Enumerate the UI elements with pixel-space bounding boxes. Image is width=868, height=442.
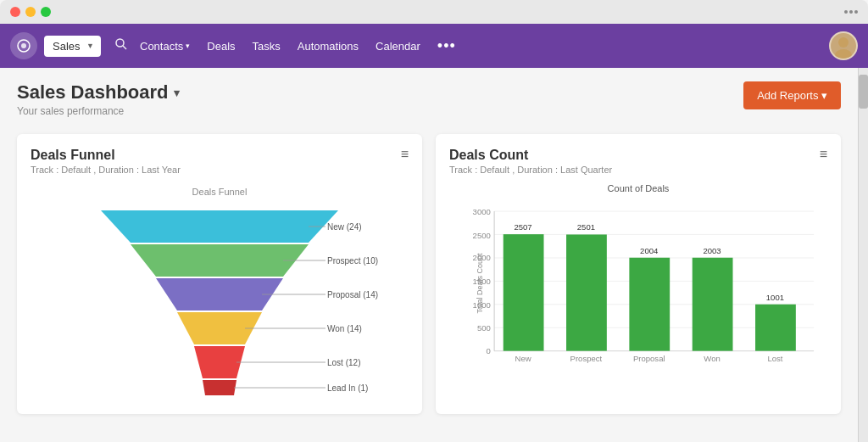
svg-point-5 (835, 49, 852, 59)
funnel-svg-container: New (24) Prospect (10) Proposal (14) Won… (31, 202, 409, 397)
add-reports-button[interactable]: Add Reports ▾ (743, 81, 841, 109)
sales-select[interactable]: Sales (44, 36, 101, 57)
svg-text:2501: 2501 (577, 222, 595, 232)
deals-funnel-card-header: Deals Funnel Track : Default , Duration … (31, 148, 409, 183)
deals-count-subtitle: Track : Default , Duration : Last Quarte… (449, 165, 612, 175)
page-subtitle: Your sales performance (17, 105, 180, 117)
deals-funnel-title: Deals Funnel (31, 148, 181, 163)
svg-text:Proposal: Proposal (633, 354, 665, 363)
deals-nav-link[interactable]: Deals (202, 36, 240, 56)
bar-chart-svg: 0 500 1000 1500 2000 2500 3000 2507 New (449, 199, 827, 368)
funnel-chart: Deals Funnel (31, 187, 409, 397)
dashboard-grid: Deals Funnel Track : Default , Duration … (17, 134, 841, 414)
svg-text:New (24): New (24) (327, 222, 362, 232)
svg-text:2500: 2500 (473, 231, 491, 240)
top-navigation: Sales Contacts ▾ Deals Tasks Automations… (0, 24, 868, 68)
scrollbar-thumb[interactable] (859, 75, 868, 109)
svg-text:Lost: Lost (767, 354, 782, 363)
automations-nav-link[interactable]: Automations (292, 36, 364, 56)
deals-funnel-subtitle: Track : Default , Duration : Last Year (31, 165, 181, 175)
deals-count-title: Deals Count (449, 148, 612, 163)
maximize-button[interactable] (41, 7, 51, 17)
sales-module-select[interactable]: Sales (44, 36, 101, 57)
svg-text:2507: 2507 (514, 222, 531, 232)
bar-lost (755, 305, 796, 351)
svg-text:0: 0 (487, 346, 491, 355)
svg-text:500: 500 (477, 323, 491, 333)
svg-text:1001: 1001 (766, 293, 784, 302)
svg-marker-11 (203, 380, 236, 395)
bar-proposal (629, 258, 670, 351)
close-button[interactable] (10, 7, 20, 17)
svg-text:New: New (515, 354, 531, 363)
y-axis-label: Total Deals Count (476, 253, 484, 313)
minimize-button[interactable] (25, 7, 36, 17)
svg-text:2003: 2003 (703, 246, 721, 255)
svg-point-1 (21, 43, 26, 48)
svg-text:Lost (12): Lost (12) (327, 358, 360, 367)
svg-line-3 (123, 46, 126, 49)
contacts-nav-link[interactable]: Contacts ▾ (135, 36, 195, 56)
scrollbar[interactable] (858, 68, 868, 442)
tasks-nav-link[interactable]: Tasks (248, 36, 286, 56)
svg-text:Prospect: Prospect (570, 354, 603, 363)
search-icon[interactable] (114, 37, 128, 54)
svg-marker-7 (131, 244, 309, 277)
more-nav-link[interactable]: ••• (432, 34, 461, 59)
page-header: Sales Dashboard ▾ Your sales performance… (17, 81, 841, 117)
app-logo[interactable] (10, 32, 37, 59)
funnel-chart-label: Deals Funnel (192, 187, 248, 197)
chrome-menu-dots (844, 10, 858, 14)
svg-text:Won: Won (704, 354, 720, 363)
deals-funnel-card: Deals Funnel Track : Default , Duration … (17, 134, 422, 414)
svg-text:Lead In (1): Lead In (1) (327, 383, 368, 393)
bar-chart-area: Total Deals Count (449, 199, 827, 368)
calendar-nav-link[interactable]: Calendar (370, 36, 426, 56)
svg-text:2004: 2004 (640, 246, 659, 255)
deals-count-card-header: Deals Count Track : Default , Duration :… (449, 148, 827, 183)
svg-text:Won (14): Won (14) (327, 324, 362, 333)
svg-text:3000: 3000 (473, 207, 491, 216)
svg-point-2 (116, 39, 124, 47)
page-title: Sales Dashboard ▾ (17, 81, 180, 104)
contacts-chevron-icon: ▾ (186, 42, 190, 50)
window-chrome (0, 0, 868, 24)
bar-new (504, 234, 544, 351)
svg-point-4 (838, 37, 849, 48)
user-avatar[interactable] (829, 31, 858, 60)
bar-chart: Count of Deals Total Deals Count (449, 183, 827, 368)
bar-prospect (566, 234, 607, 350)
svg-text:Prospect (10): Prospect (10) (327, 256, 378, 266)
bar-won (693, 258, 733, 351)
deals-funnel-menu-icon[interactable]: ≡ (401, 148, 409, 161)
funnel-svg: New (24) Prospect (10) Proposal (14) Won… (58, 202, 381, 397)
page-title-chevron-icon[interactable]: ▾ (174, 87, 180, 99)
bar-chart-title: Count of Deals (449, 183, 827, 193)
main-content: Sales Dashboard ▾ Your sales performance… (0, 68, 858, 442)
svg-text:Proposal (14): Proposal (14) (327, 290, 378, 299)
deals-count-menu-icon[interactable]: ≡ (820, 148, 827, 161)
page-title-section: Sales Dashboard ▾ Your sales performance (17, 81, 180, 117)
svg-marker-6 (101, 210, 338, 243)
deals-count-card: Deals Count Track : Default , Duration :… (436, 134, 841, 414)
